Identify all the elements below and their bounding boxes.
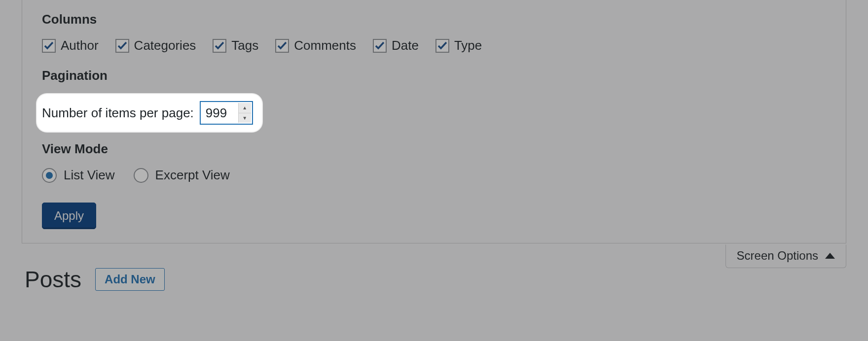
checkbox-label: Categories (134, 38, 196, 53)
number-spinner: ▲ ▼ (238, 103, 251, 123)
checkbox-label: Date (392, 38, 419, 53)
checkbox-icon (373, 39, 387, 53)
view-mode-row: List View Excerpt View (42, 168, 826, 183)
chevron-up-icon (825, 253, 835, 259)
items-per-page-label: Number of items per page: (42, 105, 194, 121)
apply-button[interactable]: Apply (42, 203, 96, 229)
checkbox-icon (115, 39, 129, 53)
checkbox-icon (435, 39, 449, 53)
radio-icon (42, 168, 57, 183)
column-checkbox-type[interactable]: Type (435, 38, 482, 53)
checkbox-label: Comments (294, 38, 356, 53)
view-mode-excerpt[interactable]: Excerpt View (134, 168, 230, 183)
column-checkbox-comments[interactable]: Comments (275, 38, 356, 53)
columns-checkbox-row: Author Categories Tags Comments Date (42, 38, 826, 53)
screen-options-tab-label: Screen Options (737, 249, 818, 263)
checkbox-icon (275, 39, 289, 53)
column-checkbox-categories[interactable]: Categories (115, 38, 196, 53)
screen-options-panel: Columns Author Categories Tags Comments (22, 0, 846, 243)
checkbox-label: Author (61, 38, 99, 53)
pagination-heading: Pagination (42, 68, 826, 83)
column-checkbox-author[interactable]: Author (42, 38, 99, 53)
column-checkbox-tags[interactable]: Tags (213, 38, 258, 53)
screen-options-tab[interactable]: Screen Options (725, 244, 846, 268)
view-mode-heading: View Mode (42, 141, 826, 157)
spinner-up-icon[interactable]: ▲ (239, 103, 251, 113)
columns-heading: Columns (42, 12, 826, 27)
checkbox-label: Type (454, 38, 482, 53)
items-per-page-region: Number of items per page: ▲ ▼ (37, 94, 262, 132)
view-mode-list[interactable]: List View (42, 168, 115, 183)
add-new-button[interactable]: Add New (95, 268, 165, 291)
radio-label: List View (64, 168, 115, 183)
radio-label: Excerpt View (155, 168, 230, 183)
radio-icon (134, 168, 148, 183)
page-header: Posts Add New (25, 266, 165, 293)
page-title: Posts (25, 266, 81, 293)
checkbox-icon (213, 39, 226, 53)
spinner-down-icon[interactable]: ▼ (239, 113, 251, 123)
checkbox-label: Tags (231, 38, 258, 53)
checkbox-icon (42, 39, 56, 53)
column-checkbox-date[interactable]: Date (373, 38, 419, 53)
